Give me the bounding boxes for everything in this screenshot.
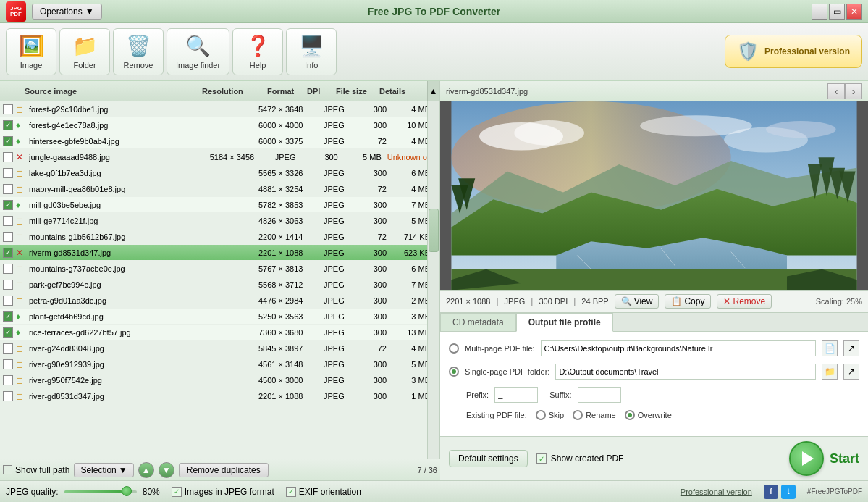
file-checkbox[interactable]	[3, 184, 13, 194]
single-pdf-browse-button[interactable]: 📁	[822, 364, 838, 380]
scroll-up-button[interactable]: ▲	[427, 81, 439, 101]
info-icon: 🖥️	[299, 34, 324, 58]
table-row[interactable]: ◻ forest-g29c10dbe1.jpg 5472 × 3648 JPEG…	[0, 101, 439, 117]
close-button[interactable]: ✕	[846, 4, 862, 20]
scrollbar-track[interactable]	[427, 101, 439, 459]
table-row[interactable]: ◻ lake-g0f1b7ea3d.jpg 5565 × 3326 JPEG 3…	[0, 165, 439, 181]
copy-button[interactable]: 📋 Copy	[665, 294, 711, 309]
table-row[interactable]: ◻ mill-ge7714c21f.jpg 4826 × 3063 JPEG 3…	[0, 213, 439, 229]
image-button[interactable]: 🖼️ Image	[6, 28, 56, 75]
selection-button[interactable]: Selection ▼	[74, 463, 133, 477]
file-checkbox[interactable]	[3, 232, 13, 242]
table-row[interactable]: ◻ mountains-g1b5612b67.jpg 2200 × 1414 J…	[0, 229, 439, 245]
operations-button[interactable]: Operations ▼	[32, 4, 102, 20]
status-icon: ◻	[16, 359, 26, 369]
folder-icon: 📁	[72, 34, 98, 58]
image-remove-button[interactable]: ✕ Remove	[717, 294, 772, 309]
jpeg-format-checkbox[interactable]: ✓	[172, 487, 182, 497]
profile-tab-label: Output file profile	[528, 317, 601, 327]
chevron-down-icon: ▼	[85, 7, 94, 17]
file-checkbox[interactable]	[3, 264, 13, 274]
show-path-checkbox[interactable]	[3, 465, 12, 474]
pro-version-button[interactable]: 🛡️ Professional version	[725, 35, 862, 68]
skip-radio-group: Skip	[536, 410, 564, 420]
minimize-button[interactable]: ─	[812, 4, 827, 20]
table-row[interactable]: ◻ mabry-mill-gea86b01e8.jpg 4881 × 3254 …	[0, 181, 439, 197]
facebook-icon[interactable]: f	[764, 485, 778, 499]
file-checkbox[interactable]	[3, 375, 13, 385]
table-row[interactable]: ◻ park-gef7bc994c.jpg 5568 × 3712 JPEG 3…	[0, 277, 439, 293]
table-row[interactable]: ✓ ✕ riverm-gd8531d347.jpg 2201 × 1088 JP…	[0, 245, 439, 261]
single-pdf-open-button[interactable]: ↗	[843, 364, 859, 380]
table-row[interactable]: ◻ river-g24dd83048.jpg 5845 × 3897 JPEG …	[0, 340, 439, 356]
file-checkbox[interactable]: ✓	[3, 136, 13, 146]
file-checkbox[interactable]: ✓	[3, 248, 13, 258]
file-checkbox[interactable]	[3, 296, 13, 306]
table-row[interactable]: ◻ river-g950f7542e.jpg 4500 × 3000 JPEG …	[0, 372, 439, 388]
overwrite-radio[interactable]	[625, 410, 635, 420]
scrollbar-thumb[interactable]	[429, 209, 439, 252]
remove-button[interactable]: 🗑️ Remove	[113, 28, 164, 75]
table-row[interactable]: ✓ ♦ rice-terraces-gd6227bf57.jpg 7360 × …	[0, 325, 439, 340]
file-checkbox[interactable]	[3, 152, 13, 162]
suffix-input[interactable]	[578, 387, 621, 403]
table-row[interactable]: ◻ river-gd8531d347.jpg 2201 × 1088 JPEG …	[0, 388, 439, 404]
table-row[interactable]: ◻ petra-g9d01aa3dc.jpg 4476 × 2984 JPEG …	[0, 293, 439, 309]
single-pdf-input[interactable]	[555, 364, 816, 380]
table-row[interactable]: ✓ ♦ mill-gd03be5ebe.jpg 5782 × 3853 JPEG…	[0, 197, 439, 213]
multi-pdf-browse-button[interactable]: 📄	[822, 340, 838, 356]
table-row[interactable]: ◻ mountains-g737acbe0e.jpg 5767 × 3813 J…	[0, 261, 439, 277]
start-label: Start	[830, 451, 859, 467]
pro-version-link[interactable]: Professional version	[681, 488, 752, 496]
maximize-button[interactable]: ▭	[829, 4, 845, 20]
table-row[interactable]: ◻ river-g90e912939.jpg 4561 × 3148 JPEG …	[0, 356, 439, 372]
image-finder-button[interactable]: 🔍 Image finder	[167, 28, 229, 75]
remove-duplicates-button[interactable]: Remove duplicates	[179, 463, 269, 477]
move-down-button[interactable]: ▼	[159, 462, 174, 478]
prev-image-button[interactable]: ‹	[827, 83, 845, 99]
skip-radio[interactable]	[536, 410, 546, 420]
tab-metadata[interactable]: CD metadata	[440, 313, 516, 331]
help-button[interactable]: ❓ Help	[232, 28, 283, 75]
file-checkbox[interactable]: ✓	[3, 120, 13, 130]
show-pdf-checkbox[interactable]: ✓	[536, 453, 547, 464]
file-dpi: 300	[363, 201, 392, 209]
file-dpi: 300	[363, 248, 392, 257]
multi-pdf-radio[interactable]	[449, 343, 459, 354]
file-checkbox[interactable]	[3, 359, 13, 369]
file-checkbox[interactable]	[3, 343, 13, 354]
default-settings-button[interactable]: Default settings	[449, 450, 528, 467]
file-checkbox[interactable]	[3, 391, 13, 401]
file-checkbox[interactable]	[3, 168, 13, 178]
single-pdf-row: Single-page PDF folder: 📁 ↗	[449, 364, 859, 380]
table-row[interactable]: ✓ ♦ forest-g4e1ec78a8.jpg 6000 × 4000 JP…	[0, 117, 439, 133]
multi-pdf-open-button[interactable]: ↗	[843, 340, 859, 356]
file-checkbox[interactable]: ✓	[3, 311, 13, 322]
info-button[interactable]: 🖥️ Info	[286, 28, 337, 75]
file-checkbox[interactable]	[3, 280, 13, 290]
start-button[interactable]: Start	[789, 441, 859, 476]
file-checkbox[interactable]	[3, 216, 13, 226]
view-button[interactable]: 🔍 View	[615, 294, 660, 309]
next-image-button[interactable]: ›	[845, 83, 862, 99]
folder-button[interactable]: 📁 Folder	[59, 28, 110, 75]
rename-radio[interactable]	[573, 410, 583, 420]
multi-pdf-input[interactable]	[541, 340, 816, 356]
prefix-input[interactable]	[494, 387, 538, 403]
table-row[interactable]: ✕ jungle-gaaaad9488.jpg 5184 × 3456 JPEG…	[0, 149, 439, 165]
jpeg-format-checkbox-group: ✓ Images in JPEG format	[172, 487, 274, 497]
table-row[interactable]: ✓ ♦ plant-gefd4b69cd.jpg 5250 × 3563 JPE…	[0, 309, 439, 325]
file-checkbox[interactable]: ✓	[3, 327, 13, 338]
status-icon: ◻	[16, 184, 26, 194]
twitter-icon[interactable]: t	[781, 485, 796, 499]
quality-slider[interactable]	[64, 490, 137, 493]
table-row[interactable]: ✓ ♦ hintersee-gbfe9b0ab4.jpg 6000 × 3375…	[0, 133, 439, 149]
exif-checkbox[interactable]: ✓	[286, 487, 296, 497]
tab-profile[interactable]: Output file profile	[516, 313, 613, 332]
file-dpi: 300	[363, 392, 392, 401]
move-up-button[interactable]: ▲	[138, 462, 154, 478]
file-name: mountains-g1b5612b67.jpg	[29, 233, 258, 241]
single-pdf-radio[interactable]	[449, 367, 459, 377]
file-checkbox[interactable]: ✓	[3, 200, 13, 210]
file-checkbox[interactable]	[3, 104, 13, 114]
